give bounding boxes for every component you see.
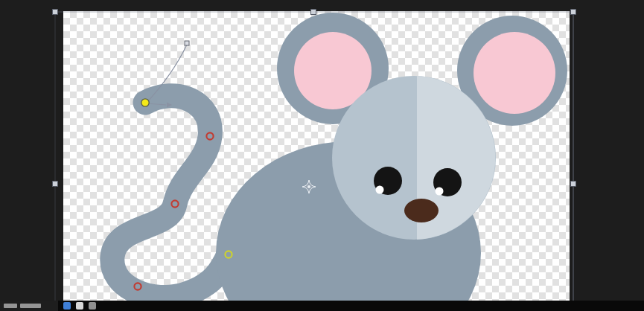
- taskbar-start-label-blur: [4, 304, 17, 308]
- mouse-tail-path[interactable]: [112, 96, 229, 298]
- taskbar-app-2-icon[interactable]: [76, 302, 83, 310]
- taskbar-start-label-blur: [20, 304, 41, 308]
- mouse-eye-right-highlight: [436, 187, 444, 196]
- mouse-ear-right-inner[interactable]: [474, 32, 555, 114]
- mouse-artwork: [63, 11, 570, 301]
- selection-handle-middle-left[interactable]: [53, 182, 58, 187]
- taskbar-start-button[interactable]: [0, 301, 58, 311]
- selection-handle-top-right[interactable]: [571, 10, 576, 15]
- taskbar-app-3-icon[interactable]: [89, 302, 96, 310]
- taskbar: [0, 301, 644, 311]
- mouse-eye-left-highlight: [376, 186, 384, 194]
- canvas[interactable]: [63, 11, 570, 301]
- selection-handle-top-left[interactable]: [53, 10, 58, 15]
- application-window: [0, 0, 644, 311]
- taskbar-app-1-icon[interactable]: [63, 302, 71, 310]
- taskbar-icons: [58, 302, 96, 310]
- mouse-nose[interactable]: [404, 199, 439, 222]
- selection-handle-middle-right[interactable]: [571, 182, 576, 187]
